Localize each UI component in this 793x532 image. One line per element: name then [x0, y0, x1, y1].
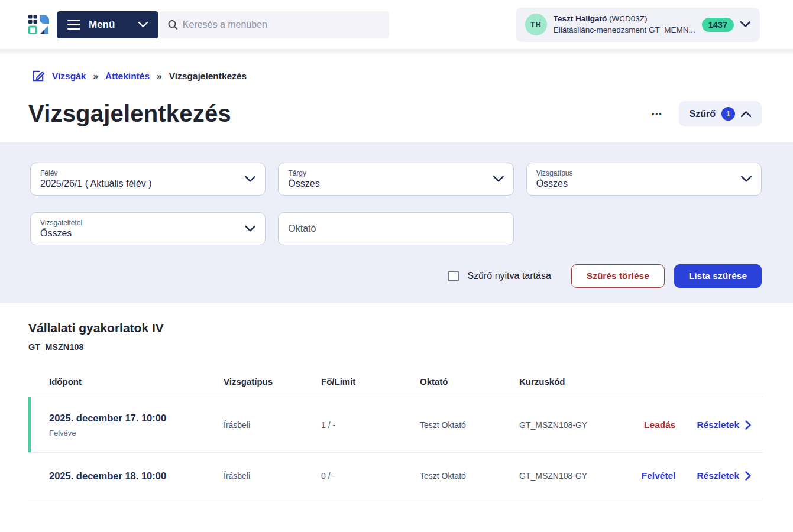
table-header-row: Időpont Vizsgatípus Fő/Limit Oktató Kurz…	[28, 366, 763, 397]
details-button[interactable]: Részletek	[697, 420, 751, 430]
exam-datetime: 2025. december 18. 10:00	[49, 471, 224, 482]
subject-label: Tárgy	[288, 169, 487, 177]
exam-type-label: Vizsgatípus	[536, 169, 735, 177]
details-label: Részletek	[697, 420, 739, 430]
search-input[interactable]	[183, 20, 381, 30]
exam-type-select[interactable]: Vizsgatípus Összes	[526, 163, 762, 196]
notification-badge: 1437	[702, 18, 734, 32]
course-code: GT_MSZN108	[28, 342, 763, 352]
avatar: TH	[525, 14, 547, 35]
semester-select[interactable]: Félév 2025/26/1 ( Aktuális félév )	[30, 163, 266, 196]
exam-count-limit: 0 / -	[321, 471, 420, 481]
col-header-folimit: Fő/Limit	[321, 377, 420, 387]
exam-datetime: 2025. december 17. 10:00	[49, 413, 224, 424]
keep-filter-open-checkbox[interactable]	[448, 271, 459, 281]
header-divider	[0, 49, 793, 55]
neptun-logo-icon	[27, 14, 50, 36]
page-header: Vizsgajelentkezés ... Szűrő 1	[0, 83, 793, 142]
keep-filter-open[interactable]: Szűrő nyitva tartása	[448, 271, 551, 281]
exam-course-code: GT_MSZN108-GY	[519, 420, 627, 430]
exams-edit-icon	[31, 69, 45, 83]
enrolled-indicator	[28, 397, 31, 452]
exam-instructor: Teszt Oktató	[420, 420, 519, 430]
breadcrumb-link-attekintes[interactable]: Áttekintés	[105, 71, 150, 82]
table-row: 2025. december 18. 10:00 Írásbeli 0 / - …	[28, 452, 763, 499]
user-menu[interactable]: TH Teszt Hallgató (WCD03Z) Ellátásilánc-…	[516, 8, 760, 42]
breadcrumb-separator: »	[93, 71, 98, 82]
user-name: Teszt Hallgató	[554, 14, 607, 23]
exam-count-limit: 1 / -	[321, 420, 420, 430]
course-section: Vállalati gyakorlatok IV GT_MSZN108 Időp…	[0, 303, 793, 499]
exam-status: Felvéve	[49, 429, 224, 437]
chevron-down-icon	[245, 176, 255, 183]
subject-value: Összes	[288, 179, 487, 189]
breadcrumb-link-vizsgak[interactable]: Vizsgák	[52, 71, 86, 82]
chevron-down-icon	[493, 176, 504, 183]
menu-button[interactable]: Menü	[57, 11, 158, 38]
filter-toggle-button[interactable]: Szűrő 1	[679, 101, 762, 126]
chevron-up-icon	[741, 111, 751, 117]
exam-type: Írásbeli	[224, 420, 321, 430]
clear-filter-button[interactable]: Szűrés törlése	[571, 264, 665, 288]
col-header-vizsgatipus: Vizsgatípus	[224, 377, 321, 387]
chevron-right-icon	[745, 471, 751, 481]
chevron-down-icon	[741, 176, 752, 183]
col-header-kurzuskod: Kurzuskód	[519, 377, 627, 387]
user-info: Teszt Hallgató (WCD03Z) Ellátásilánc-men…	[554, 14, 695, 35]
drop-exam-button[interactable]: Leadás	[644, 420, 675, 430]
breadcrumb-separator: »	[157, 71, 162, 82]
col-header-idopont: Időpont	[49, 377, 224, 387]
more-options-button[interactable]: ...	[651, 111, 662, 117]
breadcrumb-current: Vizsgajelentkezés	[169, 71, 247, 82]
filter-panel: Félév 2025/26/1 ( Aktuális félév ) Tárgy…	[0, 142, 793, 303]
exam-condition-label: Vizsgafeltétel	[40, 219, 239, 227]
col-header-oktato: Oktató	[420, 377, 519, 387]
search-icon	[168, 20, 178, 30]
semester-label: Félév	[40, 169, 239, 177]
menu-button-label: Menü	[89, 19, 115, 31]
instructor-field	[278, 212, 513, 245]
filter-count-badge: 1	[721, 107, 735, 121]
exam-type: Írásbeli	[224, 471, 321, 481]
user-code: (WCD03Z)	[609, 14, 648, 23]
course-title: Vállalati gyakorlatok IV	[28, 321, 763, 335]
keep-filter-open-label: Szűrő nyitva tartása	[467, 271, 551, 281]
exam-type-value: Összes	[536, 179, 735, 189]
menu-search	[160, 11, 389, 38]
hamburger-icon	[67, 20, 80, 30]
apply-filter-button[interactable]: Lista szűrése	[674, 264, 762, 288]
page-title: Vizsgajelentkezés	[28, 100, 231, 127]
chevron-right-icon	[745, 420, 751, 430]
exam-condition-value: Összes	[40, 228, 239, 239]
chevron-down-icon	[740, 21, 750, 28]
register-exam-button[interactable]: Felvétel	[642, 471, 676, 481]
exam-condition-select[interactable]: Vizsgafeltétel Összes	[30, 212, 266, 245]
details-label: Részletek	[697, 471, 739, 481]
details-button[interactable]: Részletek	[697, 471, 751, 481]
chevron-down-icon	[138, 22, 148, 28]
top-bar: Menü TH Teszt Hallgató (WCD03Z) Ellátási…	[0, 0, 793, 49]
exam-table: Időpont Vizsgatípus Fő/Limit Oktató Kurz…	[28, 366, 763, 499]
semester-value: 2025/26/1 ( Aktuális félév )	[40, 179, 239, 189]
subject-select[interactable]: Tárgy Összes	[278, 163, 513, 196]
filter-toggle-label: Szűrő	[690, 109, 716, 119]
breadcrumb: Vizsgák » Áttekintés » Vizsgajelentkezés	[0, 55, 793, 83]
table-row: 2025. december 17. 10:00 Felvéve Írásbel…	[28, 397, 763, 452]
chevron-down-icon	[245, 226, 255, 232]
exam-instructor: Teszt Oktató	[420, 471, 519, 481]
exam-course-code: GT_MSZN108-GY	[519, 471, 627, 481]
user-training: Ellátásilánc-menedzsment GT_MEMN...	[554, 25, 695, 35]
instructor-input[interactable]	[288, 223, 487, 234]
